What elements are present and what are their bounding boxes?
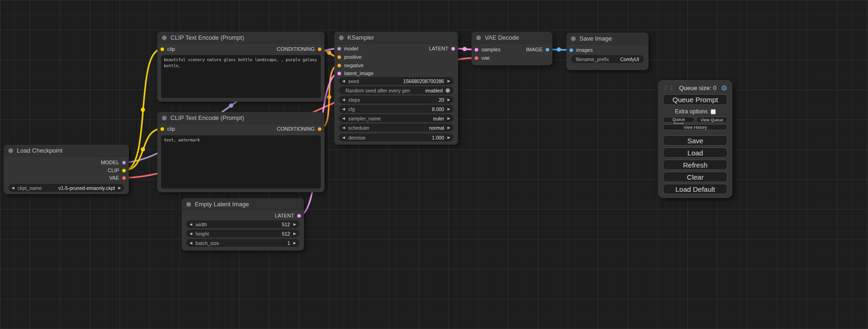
collapse-dot-icon[interactable]: [162, 35, 167, 40]
node-titlebar[interactable]: Empty Latent Image: [182, 198, 304, 210]
port-latent-output[interactable]: LATENT: [429, 45, 455, 52]
collapse-dot-icon[interactable]: [162, 116, 167, 120]
port-latent-image-input[interactable]: latent_image: [337, 70, 374, 77]
increment-arrow-icon[interactable]: ▶: [293, 222, 296, 226]
decrement-arrow-icon[interactable]: ◀: [342, 116, 345, 120]
port-conditioning-output[interactable]: CONDITIONING: [277, 46, 322, 52]
port-samples-input[interactable]: samples: [474, 46, 501, 53]
node-titlebar[interactable]: KSampler: [334, 32, 458, 44]
latent-port-icon[interactable]: [337, 71, 341, 76]
clip-port-icon[interactable]: [122, 168, 126, 173]
comfy-menu-panel[interactable]: ⋮⋮ Queue size: 0 ⚙ Queue Prompt Extra op…: [658, 80, 732, 198]
steps-widget[interactable]: ◀ steps 20 ▶: [339, 96, 453, 104]
filename-prefix-widget[interactable]: filename_prefix ComfyUI: [571, 55, 644, 63]
port-negative-input[interactable]: negative: [337, 62, 364, 69]
view-history-button[interactable]: View History: [663, 124, 727, 130]
increment-arrow-icon[interactable]: ▶: [447, 79, 450, 83]
collapse-dot-icon[interactable]: [186, 202, 191, 207]
node-titlebar[interactable]: VAE Decode: [472, 32, 552, 44]
load-default-button[interactable]: Load Default: [663, 184, 727, 194]
latent-port-icon[interactable]: [451, 47, 455, 51]
increment-arrow-icon[interactable]: ▶: [447, 116, 450, 120]
port-clip-input[interactable]: clip: [160, 46, 175, 52]
cfg-widget[interactable]: ◀ cfg 8.000 ▶: [339, 105, 453, 113]
collapse-dot-icon[interactable]: [476, 35, 481, 40]
decrement-arrow-icon[interactable]: ◀: [342, 135, 345, 140]
port-model-output[interactable]: MODEL: [101, 159, 126, 166]
decrement-arrow-icon[interactable]: ◀: [342, 107, 345, 111]
vae-port-icon[interactable]: [122, 176, 126, 180]
latent-port-icon[interactable]: [297, 214, 301, 218]
denoise-widget[interactable]: ◀ denoise 1.000 ▶: [339, 133, 453, 141]
random-seed-toggle-widget[interactable]: Random seed after every gen enabled: [339, 86, 453, 94]
graph-canvas[interactable]: Load Checkpoint MODEL CLIP VAE ◀ ckpt_na…: [0, 0, 868, 329]
clear-button[interactable]: Clear: [663, 172, 727, 182]
conditioning-port-icon[interactable]: [337, 63, 341, 68]
increment-arrow-icon[interactable]: ▶: [447, 107, 450, 111]
load-button[interactable]: Load: [663, 147, 727, 158]
port-positive-input[interactable]: positive: [337, 54, 361, 60]
node-save-image[interactable]: Save Image images filename_prefix ComfyU…: [566, 33, 649, 70]
conditioning-port-icon[interactable]: [318, 47, 322, 51]
height-widget[interactable]: ◀ height 512 ▶: [186, 230, 299, 238]
extra-options-checkbox[interactable]: [711, 109, 716, 114]
save-button[interactable]: Save: [663, 135, 727, 146]
increment-arrow-icon[interactable]: ▶: [118, 186, 121, 190]
increment-arrow-icon[interactable]: ▶: [293, 231, 296, 236]
port-vae-output[interactable]: VAE: [109, 175, 126, 181]
scheduler-widget[interactable]: ◀ scheduler normal ▶: [339, 124, 453, 132]
decrement-arrow-icon[interactable]: ◀: [190, 231, 192, 236]
node-vae-decode[interactable]: VAE Decode samples vae IMAGE: [472, 32, 552, 65]
refresh-button[interactable]: Refresh: [663, 160, 727, 170]
decrement-arrow-icon[interactable]: ◀: [190, 241, 192, 245]
model-port-icon[interactable]: [122, 161, 126, 165]
sampler-name-widget[interactable]: ◀ sampler_name euler ▶: [339, 114, 453, 122]
node-titlebar[interactable]: CLIP Text Encode (Prompt): [157, 112, 325, 124]
drag-handle-icon[interactable]: ⋮⋮: [663, 85, 674, 91]
view-queue-button[interactable]: View Queue: [696, 117, 727, 123]
node-ksampler[interactable]: KSampler model positive negative latent_…: [334, 32, 458, 145]
latent-port-icon[interactable]: [474, 48, 479, 52]
increment-arrow-icon[interactable]: ▶: [447, 98, 450, 102]
queue-prompt-button[interactable]: Queue Prompt: [663, 94, 727, 105]
increment-arrow-icon[interactable]: ▶: [447, 135, 450, 140]
node-titlebar[interactable]: Save Image: [566, 33, 649, 45]
vae-port-icon[interactable]: [474, 56, 479, 60]
port-images-input[interactable]: images: [569, 47, 593, 53]
port-conditioning-output[interactable]: CONDITIONING: [277, 126, 322, 132]
node-load-checkpoint[interactable]: Load Checkpoint MODEL CLIP VAE ◀ ckpt_na…: [4, 145, 129, 194]
conditioning-port-icon[interactable]: [318, 127, 322, 131]
seed-widget[interactable]: ◀ seed 156680208700286 ▶: [339, 77, 453, 85]
decrement-arrow-icon[interactable]: ◀: [12, 186, 14, 190]
node-titlebar[interactable]: CLIP Text Encode (Prompt): [157, 32, 325, 44]
positive-prompt-textarea[interactable]: beautiful scenery nature glass bottle la…: [161, 55, 321, 98]
node-empty-latent-image[interactable]: Empty Latent Image LATENT ◀ width 512 ▶ …: [182, 198, 304, 251]
negative-prompt-textarea[interactable]: text, watermark: [161, 135, 321, 189]
settings-gear-icon[interactable]: ⚙: [721, 84, 727, 91]
port-image-output[interactable]: IMAGE: [526, 46, 550, 53]
decrement-arrow-icon[interactable]: ◀: [342, 98, 345, 102]
port-vae-input[interactable]: vae: [474, 55, 490, 61]
model-port-icon[interactable]: [337, 47, 341, 51]
image-port-icon[interactable]: [545, 48, 550, 52]
batch-size-widget[interactable]: ◀ batch_size 1 ▶: [186, 239, 299, 247]
node-titlebar[interactable]: Load Checkpoint: [4, 145, 129, 157]
port-latent-output[interactable]: LATENT: [275, 212, 301, 219]
collapse-dot-icon[interactable]: [571, 36, 576, 41]
port-model-input[interactable]: model: [337, 45, 358, 52]
decrement-arrow-icon[interactable]: ◀: [342, 79, 345, 83]
conditioning-port-icon[interactable]: [337, 55, 341, 59]
decrement-arrow-icon[interactable]: ◀: [342, 126, 345, 130]
increment-arrow-icon[interactable]: ▶: [447, 126, 450, 130]
increment-arrow-icon[interactable]: ▶: [293, 241, 296, 245]
node-clip-text-encode-negative[interactable]: CLIP Text Encode (Prompt) clip CONDITION…: [157, 112, 325, 192]
clip-port-icon[interactable]: [160, 47, 164, 51]
decrement-arrow-icon[interactable]: ◀: [190, 222, 192, 226]
port-clip-input[interactable]: clip: [160, 126, 175, 132]
ckpt-name-widget[interactable]: ◀ ckpt_name v1-5-pruned-emaonly.ckpt ▶: [8, 184, 124, 192]
node-clip-text-encode-positive[interactable]: CLIP Text Encode (Prompt) clip CONDITION…: [157, 32, 325, 102]
collapse-dot-icon[interactable]: [8, 148, 13, 153]
image-port-icon[interactable]: [569, 48, 573, 52]
width-widget[interactable]: ◀ width 512 ▶: [186, 220, 299, 228]
port-clip-output[interactable]: CLIP: [108, 167, 126, 174]
